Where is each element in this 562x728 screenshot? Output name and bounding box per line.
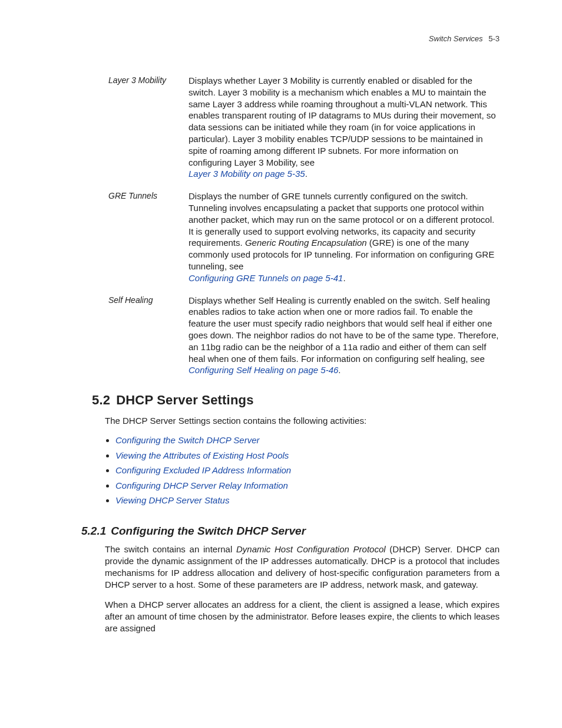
definition-text: Displays whether Layer 3 Mobility is cur… [189, 75, 496, 167]
section-heading: 5.2DHCP Server Settings [92, 393, 500, 408]
definition-row: Layer 3 Mobility Displays whether Layer … [108, 75, 500, 180]
italic-term: Dynamic Host Configuration Protocol [236, 544, 386, 554]
subsection-number: 5.2.1 [81, 525, 106, 537]
link-suffix: . [338, 365, 340, 375]
subsection-heading: 5.2.1Configuring the Switch DHCP Server [81, 525, 500, 538]
cross-reference-link[interactable]: Layer 3 Mobility on page 5-35 [189, 169, 305, 179]
header-page-number: 5-3 [488, 34, 500, 43]
definition-term: Self Healing [108, 295, 189, 377]
definition-body: Displays whether Layer 3 Mobility is cur… [189, 75, 500, 180]
section-link-item[interactable]: Viewing DHCP Server Status [115, 493, 500, 508]
section-intro: The DHCP Server Settings section contain… [105, 415, 500, 427]
page-header: Switch Services 5-3 [105, 34, 500, 43]
section-link-item[interactable]: Configuring the Switch DHCP Server [115, 433, 500, 448]
link-suffix: . [343, 273, 345, 283]
paragraph-text: The switch contains an internal [105, 544, 236, 554]
definition-term: Layer 3 Mobility [108, 75, 189, 180]
paragraph: The switch contains an internal Dynamic … [105, 543, 500, 591]
definition-row: Self Healing Displays whether Self Heali… [108, 295, 500, 377]
subsection-title: Configuring the Switch DHCP Server [111, 525, 306, 537]
header-section-title: Switch Services [429, 34, 483, 43]
cross-reference-link[interactable]: Configuring GRE Tunnels on page 5-41 [189, 273, 343, 283]
definition-body: Displays whether Self Healing is current… [189, 295, 500, 377]
section-number: 5.2 [92, 393, 110, 407]
section-link-item[interactable]: Configuring DHCP Server Relay Informatio… [115, 478, 500, 493]
paragraph: When a DHCP server allocates an address … [105, 599, 500, 634]
cross-reference-link[interactable]: Configuring Self Healing on page 5-46 [189, 365, 338, 375]
definition-table: Layer 3 Mobility Displays whether Layer … [108, 75, 500, 376]
definition-term: GRE Tunnels [108, 190, 189, 284]
section-link-item[interactable]: Configuring Excluded IP Address Informat… [115, 463, 500, 478]
link-suffix: . [305, 169, 308, 179]
definition-row: GRE Tunnels Displays the number of GRE t… [108, 190, 500, 284]
italic-term: Generic Routing Encapsulation [245, 238, 367, 248]
section-link-list: Configuring the Switch DHCP Server Viewi… [115, 433, 500, 508]
section-title: DHCP Server Settings [116, 393, 253, 407]
definition-text: Displays whether Self Healing is current… [189, 295, 498, 364]
section-link-item[interactable]: Viewing the Attributes of Existing Host … [115, 448, 500, 463]
definition-body: Displays the number of GRE tunnels curre… [189, 190, 500, 284]
